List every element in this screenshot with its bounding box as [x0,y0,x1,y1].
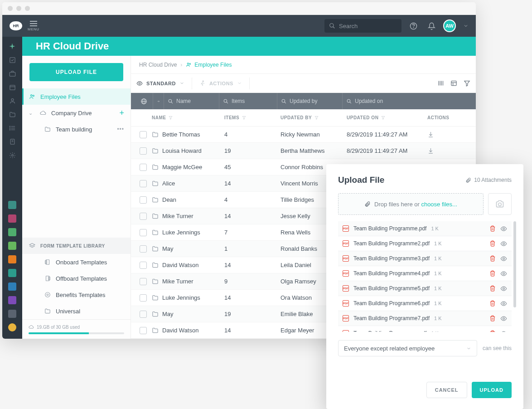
rail-app-2[interactable] [5,226,19,238]
drop-zone[interactable]: Drop files here or choose files... [338,193,484,215]
delete-file-button[interactable] [489,315,496,321]
preview-file-button[interactable] [500,315,507,322]
traffic-max[interactable] [25,6,30,11]
delete-file-button[interactable] [489,330,496,332]
user-menu-chevron[interactable] [463,23,469,29]
rail-user[interactable] [5,95,19,107]
header-updated-on[interactable]: UPDATED ON [347,115,427,120]
library-item[interactable]: Universal [22,303,131,319]
rail-app-6[interactable] [5,281,19,292]
filter-updated-on[interactable]: Updated on [342,93,472,109]
preview-file-button[interactable] [500,285,507,292]
rail-app-5[interactable] [5,267,19,279]
rail-doc[interactable] [5,136,19,147]
sidebar-item-company-drive[interactable]: ⌄ Company Drive + [22,105,131,121]
row-checkbox[interactable] [140,131,147,138]
rail-app-0[interactable] [5,199,19,211]
sidebar-item-team-building[interactable]: Team building ••• [22,121,131,137]
rail-briefcase[interactable] [5,68,19,79]
paperclip-icon [364,201,371,207]
filter-arrow[interactable] [153,93,164,109]
view-standard-dropdown[interactable]: STANDARD [136,80,184,87]
rail-list[interactable] [5,122,19,134]
delete-file-button[interactable] [489,285,496,292]
delete-file-button[interactable] [489,240,496,247]
rail-folder[interactable] [5,108,19,120]
actions-dropdown[interactable]: ACTIONS [199,80,242,87]
row-items: 14 [224,213,281,219]
header-items[interactable]: ITEMS [224,115,281,120]
help-button[interactable] [407,19,420,32]
row-checkbox[interactable] [140,196,147,204]
upload-button[interactable]: UPLOAD [472,382,512,398]
row-checkbox[interactable] [140,278,147,285]
preview-file-button[interactable] [500,240,507,247]
breadcrumb-root[interactable]: HR Cloud Drive [139,62,177,68]
people-icon [29,93,36,100]
download-icon[interactable] [427,131,434,138]
filter-icon[interactable] [464,80,470,87]
filter-items[interactable]: Items [219,93,277,109]
table-row[interactable]: Bettie Thomas4Ricky Newman8/29/2019 11:4… [131,127,476,143]
camera-button[interactable] [488,193,512,215]
menu-button[interactable]: MENU [28,21,39,31]
delete-file-button[interactable] [489,300,496,307]
filter-updated-by[interactable]: Updated by [277,93,342,109]
header-name[interactable]: NAME [152,115,224,120]
notifications-button[interactable] [425,19,438,32]
sidebar-label: Employee Files [40,93,81,100]
header-actions: ACTIONS [427,115,455,120]
rail-app-8[interactable] [5,308,19,320]
rail-app-4[interactable] [5,253,19,265]
header-updated-by[interactable]: UPDATED BY [281,115,347,120]
preview-file-button[interactable] [500,255,507,262]
rail-check[interactable] [5,54,19,66]
filter-name[interactable]: Name [164,93,219,109]
cancel-button[interactable]: CANCEL [426,382,467,398]
columns-icon[interactable] [437,80,444,87]
traffic-min[interactable] [16,6,21,11]
permission-select[interactable]: Everyone except related employee [338,340,477,356]
row-checkbox[interactable] [140,245,147,253]
upload-file-button[interactable]: UPLOAD FILE [29,63,123,81]
row-checkbox[interactable] [140,294,147,302]
rail-app-7[interactable] [5,294,19,306]
delete-file-button[interactable] [489,225,496,232]
user-avatar[interactable]: AW [443,19,456,32]
row-checkbox[interactable] [140,180,147,187]
traffic-close[interactable] [8,6,13,11]
choose-files-link[interactable]: choose files... [421,201,457,208]
preview-file-button[interactable] [500,330,507,332]
table-row[interactable]: Louisa Howard19Bertha Matthews8/29/2019 … [131,143,476,159]
download-icon[interactable] [427,147,434,154]
delete-file-button[interactable] [489,270,496,277]
rail-calendar[interactable] [5,81,19,93]
preview-file-button[interactable] [500,225,507,232]
preview-file-button[interactable] [500,270,507,277]
filter-globe[interactable] [135,93,153,109]
sidebar-item-employee-files[interactable]: Employee Files [22,88,131,105]
row-checkbox[interactable] [140,213,147,220]
preview-file-button[interactable] [500,300,507,307]
row-checkbox[interactable] [140,311,147,318]
rail-sparkle[interactable] [5,40,19,52]
rail-gear[interactable] [5,149,19,161]
search-input[interactable]: Search [324,19,401,33]
layout-icon[interactable] [450,80,457,87]
row-checkbox[interactable] [140,229,147,236]
row-checkbox[interactable] [140,147,147,155]
rail-app-3[interactable] [5,240,19,252]
library-item[interactable]: Offboard Templates [22,270,131,287]
library-item[interactable]: Onboard Templates [22,254,131,270]
rail-app-9[interactable] [5,321,19,333]
row-checkbox[interactable] [140,262,147,269]
row-checkbox[interactable] [140,164,147,171]
scrollbar[interactable] [513,221,516,307]
delete-file-button[interactable] [489,255,496,262]
more-options-button[interactable]: ••• [117,126,124,132]
rail-app-1[interactable] [5,213,19,224]
upload-file-row: PDFTeam Building Programme.pdf1 K [338,326,512,332]
add-folder-button[interactable]: + [119,108,124,118]
library-item[interactable]: Benefits Templates [22,287,131,303]
row-checkbox[interactable] [140,327,147,334]
